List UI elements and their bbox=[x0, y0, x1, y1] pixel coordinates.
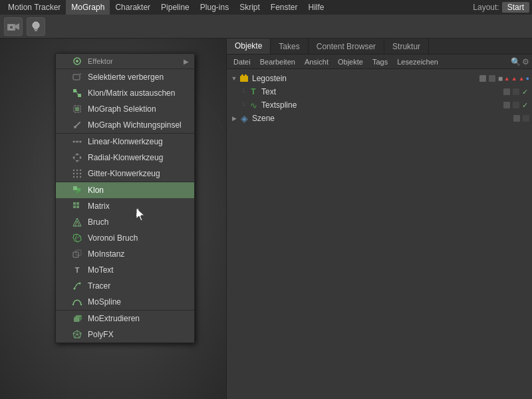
svg-point-23 bbox=[76, 154, 78, 156]
text-checkmark: ✓ bbox=[522, 88, 528, 96]
tracer-label: Tracer bbox=[88, 281, 189, 291]
obj-toolbar-objekte[interactable]: Objekte bbox=[334, 57, 367, 67]
menu-item-klon[interactable]: Klon bbox=[56, 182, 194, 198]
tab-struktur[interactable]: Struktur bbox=[384, 39, 429, 54]
object-toolbar: Datei Bearbeiten Ansicht Objekte Tags Le… bbox=[227, 55, 532, 69]
menu-item-klon-matrix[interactable]: Klon/Matrix austauschen bbox=[56, 85, 194, 101]
menu-item-mograph-selektion[interactable]: MoGraph Selektion bbox=[56, 101, 194, 117]
svg-point-29 bbox=[80, 170, 81, 171]
object-tree[interactable]: ▼ Legostein ◼ ▲ ▲ ▲ bbox=[227, 69, 532, 399]
menu-section-effektor[interactable]: Effektor ▶ bbox=[56, 54, 194, 69]
obj-toolbar-tags[interactable]: Tags bbox=[368, 57, 392, 67]
svg-rect-8 bbox=[73, 74, 80, 80]
szene-status-sq2 bbox=[523, 115, 529, 122]
svg-point-30 bbox=[73, 173, 74, 174]
linear-klon-label: Linear-Klonwerkzeug bbox=[88, 137, 189, 146]
szene-expand-icon[interactable]: ▶ bbox=[229, 115, 239, 122]
svg-marker-1 bbox=[15, 23, 19, 30]
svg-rect-4 bbox=[34, 29, 38, 30]
radial-klon-icon bbox=[72, 152, 82, 163]
menu-item-tracer[interactable]: Tracer bbox=[56, 278, 194, 294]
menu-item-mospline[interactable]: MoSpline bbox=[56, 294, 194, 310]
menubar-item-hilfe[interactable]: Hilfe bbox=[303, 0, 330, 15]
svg-rect-5 bbox=[35, 30, 37, 31]
svg-point-2 bbox=[9, 25, 13, 29]
tree-item-legostein[interactable]: ▼ Legostein ◼ ▲ ▲ ▲ bbox=[227, 72, 532, 85]
svg-point-25 bbox=[76, 160, 78, 162]
camera-button[interactable] bbox=[4, 17, 23, 36]
svg-marker-43 bbox=[73, 218, 81, 226]
klon-matrix-icon bbox=[72, 88, 82, 98]
legostein-status-sq2 bbox=[489, 75, 495, 82]
menubar-item-pipeline[interactable]: Pipeline bbox=[156, 0, 195, 15]
svg-point-54 bbox=[72, 304, 74, 305]
obj-toolbar-ansicht[interactable]: Ansicht bbox=[301, 57, 332, 67]
tab-objekte[interactable]: Objekte bbox=[227, 39, 271, 54]
menu-item-voronoi[interactable]: Voronoi Bruch bbox=[56, 230, 194, 246]
menu-item-mograph-wichtung[interactable]: MoGraph Wichtungspinsel bbox=[56, 117, 194, 133]
obj-toolbar-lesezeichen[interactable]: Lesezeichen bbox=[393, 57, 442, 67]
menubar-item-plug-ins[interactable]: Plug-ins bbox=[195, 0, 234, 15]
textspline-status-sq2 bbox=[513, 102, 519, 108]
tree-item-szene[interactable]: ▶ ◈ Szene bbox=[227, 112, 532, 125]
moextrudieren-icon bbox=[72, 313, 82, 324]
effektor-icon bbox=[72, 56, 82, 66]
menu-item-moextrudieren[interactable]: MoExtrudieren bbox=[56, 310, 194, 327]
textspline-status-sq bbox=[503, 102, 510, 108]
menubar-item-fenster[interactable]: Fenster bbox=[265, 0, 303, 15]
tree-item-textspline[interactable]: └ ∿ Textspline ✓ bbox=[227, 98, 532, 112]
menu-item-linear-klon[interactable]: Linear-Klonwerkzeug bbox=[56, 133, 194, 150]
svg-point-34 bbox=[76, 176, 78, 178]
tab-content-browser[interactable]: Content Browser bbox=[309, 39, 384, 54]
text-expand-icon: └ bbox=[239, 88, 248, 95]
menubar-item-motion-tracker[interactable]: Motion Tracker bbox=[3, 0, 66, 15]
klon-label: Klon bbox=[88, 186, 189, 195]
textspline-icon: ∿ bbox=[248, 100, 259, 110]
radial-klon-label: Radial-Klonwerkzeug bbox=[88, 153, 189, 162]
menu-item-matrix[interactable]: Matrix bbox=[56, 198, 194, 214]
svg-point-19 bbox=[80, 141, 82, 143]
layout-section: Layout: Start bbox=[473, 2, 529, 13]
light-button[interactable] bbox=[27, 17, 45, 36]
obj-toolbar-datei[interactable]: Datei bbox=[229, 57, 255, 67]
main-area: Effektor ▶ Selektierte verbergen bbox=[0, 39, 532, 399]
legostein-expand-icon[interactable]: ▼ bbox=[229, 75, 239, 82]
menubar-item-skript[interactable]: Skript bbox=[234, 0, 265, 15]
legostein-tag1: ◼ bbox=[498, 75, 503, 82]
menubar-item-mograph[interactable]: MoGraph bbox=[66, 0, 110, 15]
menu-item-motext[interactable]: T MoText bbox=[56, 262, 194, 278]
menu-item-moinstanz[interactable]: MoInstanz bbox=[56, 246, 194, 262]
klon-matrix-label: Klon/Matrix austauschen bbox=[88, 88, 189, 98]
menu-item-gitter-klon[interactable]: Gitter-Klonwerkzeug bbox=[56, 166, 194, 182]
svg-point-32 bbox=[80, 173, 81, 174]
szene-icon: ◈ bbox=[239, 113, 249, 124]
svg-point-24 bbox=[80, 157, 82, 159]
menu-item-radial-klon[interactable]: Radial-Klonwerkzeug bbox=[56, 150, 194, 166]
legostein-label: Legostein bbox=[252, 74, 479, 83]
text-status-icons: ✓ bbox=[503, 88, 529, 96]
menu-item-selektierte-verbergen[interactable]: Selektierte verbergen bbox=[56, 69, 194, 85]
obj-toolbar-bearbeiten[interactable]: Bearbeiten bbox=[256, 57, 299, 67]
svg-rect-39 bbox=[73, 202, 76, 205]
settings-icon: ⚙ bbox=[522, 57, 529, 66]
menu-item-bruch[interactable]: Bruch bbox=[56, 214, 194, 230]
textspline-label: Textspline bbox=[261, 100, 503, 110]
svg-rect-67 bbox=[245, 74, 247, 76]
menubar-item-charakter[interactable]: Charakter bbox=[110, 0, 156, 15]
motext-icon: T bbox=[72, 265, 82, 275]
legostein-status-sq bbox=[479, 75, 486, 82]
mograph-dropdown-menu[interactable]: Effektor ▶ Selektierte verbergen bbox=[55, 53, 195, 343]
svg-rect-42 bbox=[76, 205, 79, 208]
selektierte-label: Selektierte verbergen bbox=[88, 72, 189, 82]
svg-point-55 bbox=[80, 304, 82, 305]
moinstanz-label: MoInstanz bbox=[88, 249, 189, 259]
textspline-status-icons: ✓ bbox=[503, 101, 529, 110]
legostein-triangle2: ▲ bbox=[511, 75, 517, 82]
layout-value[interactable]: Start bbox=[502, 2, 529, 13]
mograph-selektion-icon bbox=[72, 104, 82, 114]
selektierte-icon bbox=[72, 72, 82, 82]
tree-item-text[interactable]: └ T Text ✓ bbox=[227, 85, 532, 98]
tab-takes[interactable]: Takes bbox=[271, 39, 308, 54]
menu-item-polyfx[interactable]: PolyFX bbox=[56, 327, 194, 342]
svg-rect-36 bbox=[73, 186, 77, 190]
